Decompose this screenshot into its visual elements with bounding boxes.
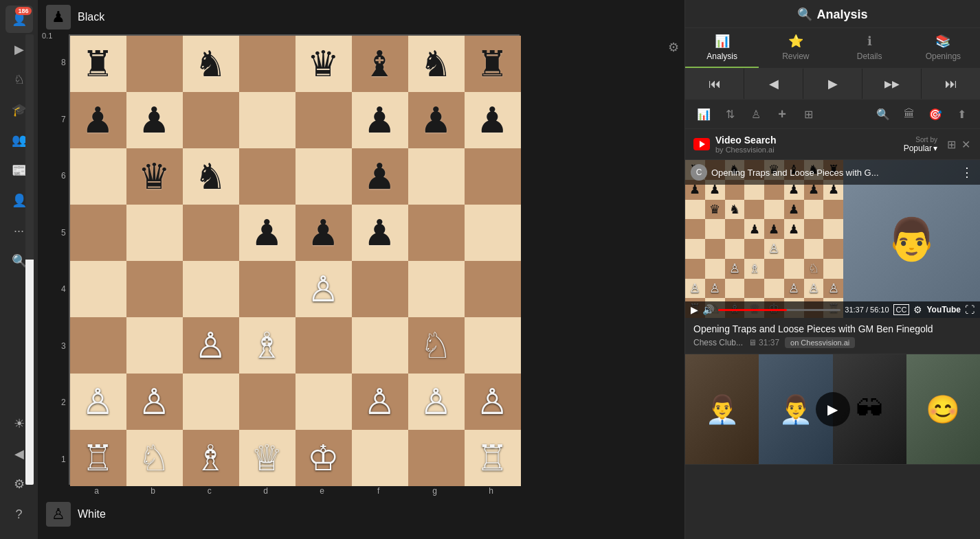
target-button[interactable]: 🎯	[925, 104, 946, 124]
building-button[interactable]: 🏛	[899, 104, 920, 124]
cell-5-7[interactable]	[465, 317, 521, 374]
cell-1-3[interactable]	[239, 92, 296, 148]
cell-2-3[interactable]	[239, 148, 296, 205]
flip-button[interactable]: ⇅	[720, 104, 740, 124]
cell-6-5[interactable]: ♙	[352, 374, 408, 430]
video-progress-bar[interactable]	[718, 309, 840, 311]
cell-4-4[interactable]: ♙	[296, 261, 352, 317]
cell-2-7[interactable]	[465, 148, 521, 205]
cell-6-4[interactable]	[296, 374, 352, 430]
cell-1-1[interactable]: ♟	[126, 92, 183, 148]
cell-0-0[interactable]: ♜	[70, 36, 126, 92]
first-move-button[interactable]: ⏮	[685, 69, 744, 99]
cell-6-6[interactable]: ♙	[408, 374, 465, 430]
cell-3-0[interactable]	[70, 205, 126, 261]
cell-7-6[interactable]	[408, 430, 465, 486]
cell-1-7[interactable]: ♟	[465, 92, 521, 148]
play-btn-overlay[interactable]: ▶	[816, 392, 850, 426]
cell-0-6[interactable]: ♞	[408, 36, 465, 92]
cell-2-6[interactable]	[408, 148, 465, 205]
cell-3-7[interactable]	[465, 205, 521, 261]
play-button[interactable]: ▶	[803, 69, 862, 99]
prev-move-button[interactable]: ◀	[744, 69, 803, 99]
cell-2-0[interactable]	[70, 148, 126, 205]
cell-0-4[interactable]: ♛	[296, 36, 352, 92]
cell-6-7[interactable]: ♙	[465, 374, 521, 430]
cell-7-1[interactable]: ♘	[126, 430, 183, 486]
chessvision-link[interactable]: on Chessvision.ai	[785, 337, 855, 348]
cell-5-5[interactable]	[352, 317, 408, 374]
cell-3-3[interactable]: ♟	[239, 205, 296, 261]
sidebar-icon-help[interactable]: ?	[5, 501, 33, 528]
pieces-button[interactable]: ♙	[746, 104, 766, 124]
cell-7-4[interactable]: ♔	[296, 430, 352, 486]
sidebar-icon-user[interactable]: 👤 186	[5, 5, 33, 33]
cell-7-3[interactable]: ♕	[239, 430, 296, 486]
cell-2-5[interactable]: ♟	[352, 148, 408, 205]
fullscreen-button[interactable]: ⛶	[965, 304, 975, 315]
tab-review[interactable]: ⭐ Review	[759, 28, 832, 68]
cell-4-1[interactable]	[126, 261, 183, 317]
cell-6-0[interactable]: ♙	[70, 374, 126, 430]
cell-2-2[interactable]: ♞	[183, 148, 239, 205]
cell-0-2[interactable]: ♞	[183, 36, 239, 92]
cell-3-6[interactable]	[408, 205, 465, 261]
zoom-in-button[interactable]: 🔍	[873, 104, 893, 124]
cell-2-1[interactable]: ♛	[126, 148, 183, 205]
cell-0-1[interactable]	[126, 36, 183, 92]
video-item-2[interactable]: 👨‍💼 👨‍💼 🕶 😊 ▶	[685, 354, 980, 465]
cell-5-2[interactable]: ♙	[183, 317, 239, 374]
cell-6-3[interactable]	[239, 374, 296, 430]
tab-openings[interactable]: 📚 Openings	[906, 28, 980, 68]
cell-6-1[interactable]: ♙	[126, 374, 183, 430]
tab-analysis[interactable]: 📊 Analysis	[685, 28, 759, 68]
bar-chart-button[interactable]: 📊	[693, 104, 714, 124]
cell-7-7[interactable]: ♖	[465, 430, 521, 486]
cell-7-2[interactable]: ♗	[183, 430, 239, 486]
cell-5-0[interactable]	[70, 317, 126, 374]
cell-1-6[interactable]: ♟	[408, 92, 465, 148]
quality-button[interactable]: ⚙	[913, 304, 922, 315]
cell-1-5[interactable]: ♟	[352, 92, 408, 148]
cell-4-0[interactable]	[70, 261, 126, 317]
cell-4-5[interactable]	[352, 261, 408, 317]
video-volume-button[interactable]: 🔊	[702, 304, 714, 315]
cell-3-5[interactable]: ♟	[352, 205, 408, 261]
cell-5-4[interactable]	[296, 317, 352, 374]
cell-4-6[interactable]	[408, 261, 465, 317]
cell-1-2[interactable]	[183, 92, 239, 148]
chess-piece: ♟	[364, 102, 396, 138]
cell-5-6[interactable]: ♘	[408, 317, 465, 374]
close-button[interactable]: ✕	[960, 137, 972, 152]
video-more-button[interactable]: ⋮	[959, 165, 975, 180]
last-move-button[interactable]: ⏭	[922, 69, 980, 99]
cell-4-7[interactable]	[465, 261, 521, 317]
cc-button[interactable]: CC	[893, 304, 910, 315]
cell-6-2[interactable]	[183, 374, 239, 430]
cell-0-3[interactable]	[239, 36, 296, 92]
cell-0-7[interactable]: ♜	[465, 36, 521, 92]
chess-board[interactable]: ♜♞♛♝♞♜♟♟♟♟♟♛♞♟♟♟♟♙♙♗♘♙♙♙♙♙♖♘♗♕♔♖	[69, 34, 520, 485]
cell-3-1[interactable]	[126, 205, 183, 261]
cell-7-0[interactable]: ♖	[70, 430, 126, 486]
cell-5-1[interactable]	[126, 317, 183, 374]
grid-button[interactable]: ⊞	[798, 104, 818, 124]
cell-5-3[interactable]: ♗	[239, 317, 296, 374]
tab-details[interactable]: ℹ Details	[833, 28, 906, 68]
cell-1-0[interactable]: ♟	[70, 92, 126, 148]
cell-3-2[interactable]	[183, 205, 239, 261]
cell-3-4[interactable]: ♟	[296, 205, 352, 261]
add-button[interactable]: +	[772, 104, 792, 124]
next-move-button[interactable]: ▶▶	[862, 69, 922, 99]
video-item-1[interactable]: ♜♞♛♝♞♜♟♟♟♟♟♛♞♟♟♟♟♙♙♗♘♙♙♙♙♙♖♘♗♕♔♖ 👨 C Ope…	[685, 160, 980, 354]
cell-4-2[interactable]	[183, 261, 239, 317]
sort-by-dropdown[interactable]: Popular ▾	[904, 144, 937, 153]
video-play-button[interactable]: ▶	[691, 304, 698, 315]
cell-4-3[interactable]	[239, 261, 296, 317]
cell-7-5[interactable]	[352, 430, 408, 486]
share-button[interactable]: ⬆	[951, 104, 972, 124]
cell-0-5[interactable]: ♝	[352, 36, 408, 92]
expand-button[interactable]: ⊞	[946, 137, 957, 152]
cell-2-4[interactable]	[296, 148, 352, 205]
cell-1-4[interactable]	[296, 92, 352, 148]
